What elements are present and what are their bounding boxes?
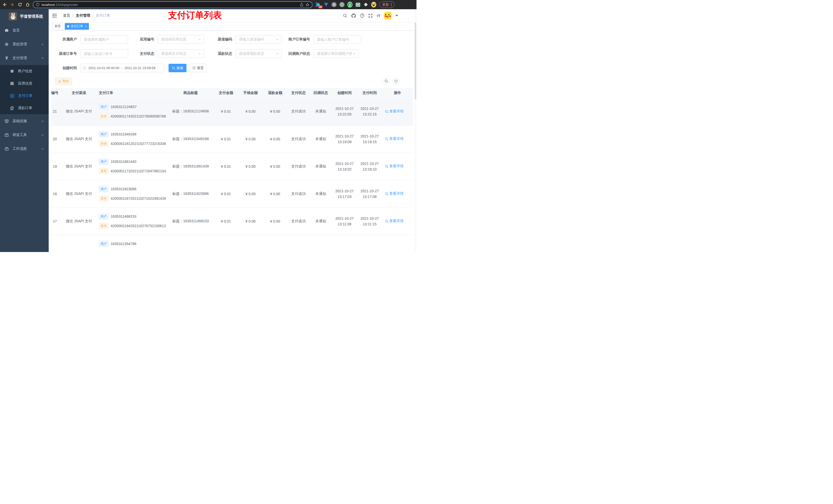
sidebar-item-devtools[interactable]: 研发工具 [0, 128, 49, 142]
chevron-down-icon [41, 120, 44, 123]
pay-channel-cell [62, 235, 96, 252]
merchant-tag: 商户 [99, 241, 109, 247]
active-dot-icon [67, 25, 69, 27]
browser-menu-icon[interactable] [391, 3, 392, 6]
pay-status-filter-select[interactable]: 请选择支付状态 [158, 49, 204, 58]
sidebar-item-merchant-info[interactable]: 商户信息 [0, 65, 49, 77]
close-tag-icon[interactable]: × [85, 25, 87, 28]
font-size-icon[interactable]: TT [377, 14, 380, 18]
sidebar-item-payment[interactable]: ¥ 支付管理 [0, 51, 49, 65]
order-id-cell: 20 [51, 125, 62, 153]
fullscreen-icon[interactable] [368, 14, 373, 18]
home-icon[interactable] [26, 3, 30, 7]
order-id: 21 [53, 110, 57, 114]
sidebar-item-home[interactable]: 首页 [0, 24, 49, 38]
tasks-extension-icon[interactable]: 10 [315, 2, 321, 7]
reset-button[interactable]: 重置 [189, 64, 207, 72]
create-time-cell: 2021-10-27 13:22:05 [332, 98, 357, 125]
emoji-extension-icon[interactable] [371, 2, 376, 7]
search-icon[interactable] [343, 14, 347, 18]
view-detail-link[interactable]: 查看详情 [385, 164, 410, 169]
filter-row-2: 渠道订单号 支付状态 请选择支付状态 退款状态 请选择退款状态 回调商户状态 请… [49, 49, 416, 58]
breadcrumb-home[interactable]: 首页 [63, 13, 70, 18]
col-header-channel: 支付渠道 [62, 88, 96, 98]
chevron-down-icon [41, 43, 44, 46]
pay-order-no: 4200001174202110278060590766 [111, 114, 166, 118]
table-row: 17 微信 JSAPI 支付 商户 1635311468233 支付 42000… [51, 208, 413, 235]
pay-status: 支付成功 [291, 137, 306, 141]
actions-cell [382, 235, 413, 252]
avatar[interactable] [384, 12, 392, 20]
create-time: 13:18:02 [332, 166, 357, 172]
site-info-icon[interactable] [36, 3, 40, 6]
forward-icon[interactable] [10, 3, 14, 7]
view-detail-link[interactable]: 查看详情 [385, 219, 410, 223]
app-filter-select[interactable]: 请选择应用信息 [158, 35, 204, 44]
merchant-filter-label: 所属商户 [49, 37, 77, 42]
chat-extension-icon[interactable] [355, 2, 360, 7]
sidebar-item-infra[interactable]: 基础设施 [0, 114, 49, 128]
recorder-extension-icon[interactable] [339, 2, 344, 7]
sidebar-item-pay-order[interactable]: ¥ 支付订单 [0, 90, 49, 102]
page-scrollbar[interactable] [414, 9, 416, 252]
github-icon[interactable] [351, 13, 356, 18]
pay-order-cell: 商户 1635311881440 支付 42000011732021102728… [96, 153, 168, 180]
command-extension-icon[interactable]: ⌘ [331, 2, 337, 7]
view-detail-link[interactable]: 查看详情 [385, 109, 410, 114]
view-detail-link[interactable]: 查看详情 [385, 137, 410, 141]
puzzle-extensions-icon[interactable] [363, 2, 368, 7]
breadcrumb-separator: / [93, 14, 94, 18]
merchant-order-filter-input[interactable] [313, 35, 361, 44]
app-logo[interactable]: 芋道管理系统 [0, 9, 49, 24]
breadcrumb-payment[interactable]: 支付管理 [76, 13, 90, 18]
channel-order-filter-input[interactable] [80, 49, 128, 58]
table-row: 20 微信 JSAPI 支付 商户 1635311949168 支付 42000… [51, 125, 413, 153]
view-detail-link[interactable]: 查看详情 [385, 191, 410, 196]
order-id-cell: 21 [51, 98, 62, 125]
pay-channel: 微信 JSAPI 支付 [66, 109, 92, 113]
product-title: 标题：1635311468233 [172, 219, 209, 223]
table-toolbar: 导出 [49, 78, 416, 85]
scrollbar-thumb[interactable] [415, 23, 416, 99]
order-id-cell: 18 [51, 180, 62, 208]
col-header-amount: 支付金额 [214, 88, 238, 98]
sidebar-item-workflow[interactable]: 工作流程 [0, 142, 49, 156]
merchant-order-no: 1635311354796 [111, 242, 136, 246]
refresh-table-button[interactable] [392, 78, 400, 85]
merchant-filter-input[interactable] [80, 35, 128, 44]
channel-code-filter-select[interactable]: 请输入渠道编码 [236, 35, 282, 44]
order-id-cell [51, 235, 62, 252]
create-time-range-input[interactable]: 2021-10-01 00:00:00 - 2021-10-31 23:59:5… [80, 64, 165, 72]
back-icon[interactable] [3, 3, 7, 7]
y-extension-icon[interactable]: y [347, 2, 353, 7]
search-button[interactable]: 搜索 [169, 64, 187, 72]
sidebar-item-refund-order[interactable]: 退款订单 [0, 102, 49, 114]
table-row: 21 微信 JSAPI 支付 商户 1635312124657 支付 42000… [51, 98, 413, 125]
pay-time: 13:22:15 [357, 112, 382, 117]
create-time-cell: 2021-10-27 13:18:02 [332, 153, 357, 180]
collapse-sidebar-icon[interactable] [52, 14, 57, 18]
tag-pay-order[interactable]: 支付订单 × [65, 23, 89, 30]
tag-home[interactable]: 首页 [52, 23, 63, 30]
sidebar-item-app-info[interactable]: 应用信息 [0, 77, 49, 90]
main-area: 支付订单列表 首页 / 支付管理 / 支付订单 TT 首页 支付订单 × [49, 9, 416, 252]
refund-status-filter-select[interactable]: 请选择退款状态 [236, 49, 282, 58]
reload-icon[interactable] [18, 3, 22, 7]
gem-extension-icon[interactable] [324, 2, 329, 7]
export-button[interactable]: 导出 [55, 78, 72, 85]
show-search-button[interactable] [383, 78, 390, 85]
share-icon[interactable] [300, 3, 304, 7]
bookmark-star-icon[interactable] [306, 3, 309, 7]
help-icon[interactable] [360, 13, 364, 18]
notify-status-filter-select[interactable]: 请选择订单回调商户状态 [313, 49, 359, 58]
address-bar[interactable]: localhost:1024/pay/order [33, 1, 312, 8]
browser-update-button[interactable]: 更新 [379, 1, 395, 8]
avatar-caret-icon[interactable] [396, 15, 398, 16]
pay-status: 支付成功 [291, 192, 306, 196]
refund-amount: ¥ 0.00 [270, 137, 280, 141]
sidebar-item-system[interactable]: 系统管理 [0, 38, 49, 51]
notify-status-cell [309, 235, 332, 252]
pay-channel-cell: 微信 JSAPI 支付 [62, 125, 96, 153]
col-header-id: 编号 [51, 88, 62, 98]
pay-amount-cell: ¥ 0.01 [214, 153, 238, 180]
